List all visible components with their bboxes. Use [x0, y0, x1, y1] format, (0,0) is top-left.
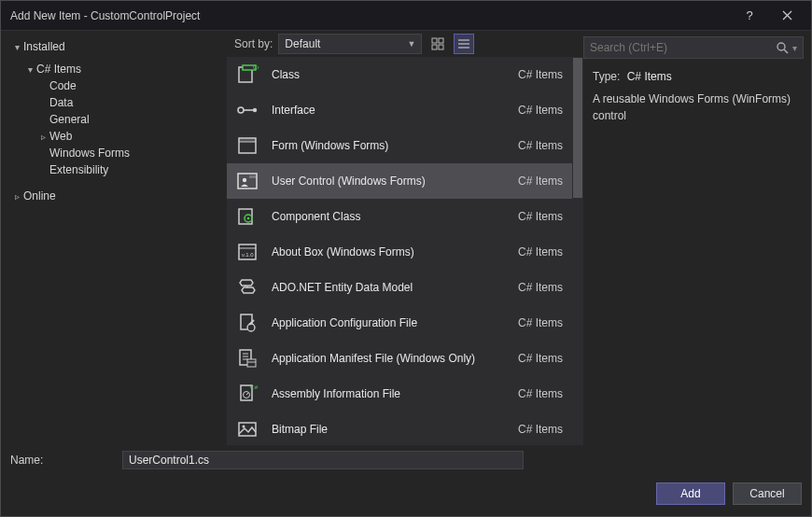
template-row[interactable]: User Control (Windows Forms) C# Items — [227, 163, 572, 199]
tree-node-csitems[interactable]: ▾ C# Items — [10, 61, 217, 77]
tree-label: Extensibility — [49, 163, 108, 176]
template-category: C# Items — [518, 139, 563, 152]
template-category: C# Items — [518, 387, 563, 400]
name-row: Name: — [10, 451, 802, 469]
chevron-down-icon: ▾ — [23, 64, 36, 75]
search-box[interactable]: ▾ — [583, 36, 804, 59]
template-category: C# Items — [518, 245, 563, 258]
svg-rect-2 — [432, 45, 437, 49]
assembly-icon: C# — [234, 381, 260, 407]
tree-label: C# Items — [36, 63, 81, 76]
config-icon — [234, 310, 260, 336]
chevron-right-icon: ▹ — [10, 191, 23, 202]
main-area: ▾ Installed ▾ C# Items Code Data General… — [1, 31, 811, 445]
view-grid-button[interactable] — [427, 34, 448, 54]
tree-label: General — [49, 113, 90, 126]
svg-rect-18 — [249, 175, 256, 178]
svg-rect-3 — [439, 45, 443, 49]
template-row[interactable]: Interface C# Items — [227, 92, 572, 128]
template-row[interactable]: Component Class C# Items — [227, 199, 572, 234]
bottom-panel: Name: Add Cancel — [1, 445, 811, 516]
tree-node-web[interactable]: ▹ Web — [10, 128, 217, 145]
template-name: About Box (Windows Forms) — [272, 245, 507, 258]
tree-node-online[interactable]: ▹ Online — [10, 188, 217, 204]
close-icon — [782, 10, 792, 21]
center-pane: Sort by: Default ▼ C# Class C# Items Int… — [227, 31, 583, 445]
add-button[interactable]: Add — [656, 482, 725, 505]
template-row[interactable]: C# Class C# Items — [227, 57, 572, 92]
template-list-wrap: C# Class C# Items Interface C# Items For… — [227, 57, 583, 445]
template-row[interactable]: Bitmap File C# Items — [227, 412, 572, 445]
template-row[interactable]: C# Assembly Information File C# Items — [227, 376, 572, 412]
view-list-button[interactable] — [454, 34, 474, 54]
svg-line-36 — [246, 393, 248, 395]
sortby-label: Sort by: — [234, 37, 273, 50]
scrollbar[interactable] — [572, 57, 583, 445]
form-icon — [234, 133, 260, 159]
svg-text:v.1.0: v.1.0 — [242, 252, 254, 258]
class-icon: C# — [234, 62, 260, 88]
name-input[interactable] — [122, 451, 524, 469]
tree-node-installed[interactable]: ▾ Installed — [10, 38, 217, 55]
tree-node-general[interactable]: General — [10, 111, 217, 128]
template-row[interactable]: Form (Windows Forms) C# Items — [227, 128, 572, 163]
template-row[interactable]: Application Manifest File (Windows Only)… — [227, 341, 572, 376]
tree-node-winforms[interactable]: Windows Forms — [10, 145, 217, 161]
template-name: ADO.NET Entity Data Model — [272, 281, 507, 294]
description: A reusable Windows Forms (WinForms) cont… — [593, 91, 802, 124]
template-category: C# Items — [518, 68, 563, 81]
svg-point-39 — [243, 426, 245, 428]
svg-rect-0 — [432, 38, 437, 43]
template-row[interactable]: Application Configuration File C# Items — [227, 305, 572, 341]
svg-point-40 — [777, 43, 785, 50]
template-name: Assembly Information File — [272, 387, 507, 400]
usercontrol-icon — [234, 168, 260, 194]
search-input[interactable] — [590, 41, 776, 54]
help-button[interactable]: ? — [731, 2, 768, 30]
template-name: Class — [272, 68, 507, 81]
template-category: C# Items — [518, 281, 563, 294]
dropdown-indicator: ▾ — [792, 43, 797, 53]
svg-point-20 — [247, 217, 250, 220]
interface-icon — [234, 97, 260, 123]
scrollbar-thumb[interactable] — [573, 58, 582, 198]
cancel-button[interactable]: Cancel — [733, 482, 802, 505]
template-name: Application Configuration File — [272, 316, 507, 329]
svg-point-26 — [247, 324, 255, 331]
template-name: Form (Windows Forms) — [272, 139, 507, 152]
svg-point-10 — [238, 107, 244, 113]
aboutbox-icon: v.1.0 — [234, 239, 260, 265]
chevron-down-icon: ▾ — [10, 42, 23, 52]
template-list[interactable]: C# Class C# Items Interface C# Items For… — [227, 57, 572, 445]
tree-label: Web — [49, 130, 72, 143]
template-category: C# Items — [518, 316, 563, 329]
dialog-window: Add New Item - CustomControlProject ? ▾ … — [0, 0, 812, 517]
template-category: C# Items — [518, 104, 563, 117]
sortby-value: Default — [285, 37, 320, 50]
button-row: Add Cancel — [10, 482, 802, 505]
tree-node-code[interactable]: Code — [10, 77, 217, 94]
grid-icon — [431, 37, 444, 50]
sortby-dropdown[interactable]: Default ▼ — [278, 34, 422, 54]
svg-point-17 — [243, 178, 246, 182]
tree-node-data[interactable]: Data — [10, 94, 217, 111]
template-name: Application Manifest File (Windows Only) — [272, 352, 507, 365]
search-icon — [776, 41, 789, 54]
template-category: C# Items — [518, 352, 563, 365]
sidebar: ▾ Installed ▾ C# Items Code Data General… — [1, 31, 227, 445]
tree-node-extensibility[interactable]: Extensibility — [10, 161, 217, 178]
type-value: C# Items — [627, 70, 672, 83]
list-icon — [457, 37, 470, 50]
template-row[interactable]: v.1.0 About Box (Windows Forms) C# Items — [227, 234, 572, 270]
ado-icon — [234, 274, 260, 300]
tree-label: Online — [23, 189, 56, 203]
right-pane: ▾ Type: C# Items A reusable Windows Form… — [583, 31, 811, 445]
template-row[interactable]: ADO.NET Entity Data Model C# Items — [227, 270, 572, 305]
chevron-down-icon: ▼ — [407, 39, 415, 49]
name-label: Name: — [10, 454, 113, 467]
close-button[interactable] — [768, 2, 805, 30]
template-category: C# Items — [518, 423, 563, 436]
tree-label: Data — [49, 96, 73, 109]
tree-label: Code — [49, 79, 77, 92]
chevron-right-icon: ▹ — [36, 132, 49, 142]
